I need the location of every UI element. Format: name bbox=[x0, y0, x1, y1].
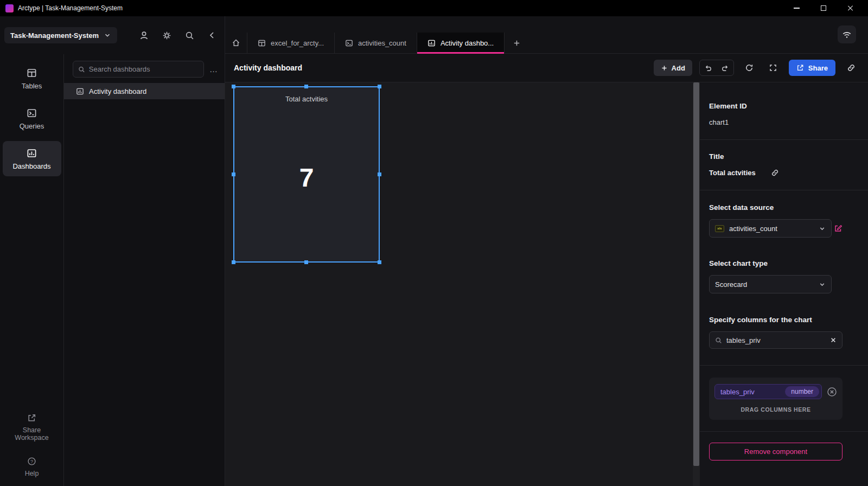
expand-icon bbox=[769, 63, 777, 72]
add-button-label: Add bbox=[672, 64, 685, 72]
remove-column-icon[interactable] bbox=[827, 387, 837, 397]
spreadsheet-file-icon: xls bbox=[715, 225, 724, 232]
data-source-label: Select data source bbox=[709, 203, 843, 212]
vertical-scrollbar[interactable] bbox=[693, 82, 700, 486]
minimize-button[interactable] bbox=[792, 4, 801, 12]
connection-status-button[interactable] bbox=[838, 25, 856, 43]
chart-type-value: Scorecard bbox=[715, 280, 747, 289]
sidebar-item-label: Tables bbox=[22, 82, 42, 90]
external-link-icon bbox=[27, 413, 36, 423]
column-chip[interactable]: tables_priv number bbox=[714, 384, 822, 399]
scorecard-value: 7 bbox=[299, 103, 314, 261]
tab-activities-count[interactable]: activities_count bbox=[335, 33, 417, 53]
title-label: Title bbox=[709, 152, 843, 161]
svg-text:?: ? bbox=[30, 459, 33, 464]
copy-link-button[interactable] bbox=[843, 60, 859, 76]
link-icon bbox=[847, 63, 856, 72]
help-button[interactable]: ? Help bbox=[10, 457, 54, 477]
share-button-label: Share bbox=[808, 64, 828, 72]
resize-handle[interactable] bbox=[378, 260, 381, 264]
workspace-name: Task-Management-System bbox=[10, 31, 99, 40]
scorecard-component[interactable]: Total actvities 7 bbox=[233, 86, 380, 263]
tab-home[interactable] bbox=[225, 33, 247, 53]
sidebar-item-label: Queries bbox=[20, 122, 44, 130]
sidebar-item-dashboards[interactable]: Dashboards bbox=[3, 141, 61, 176]
search-icon[interactable] bbox=[185, 31, 194, 40]
window-controls bbox=[792, 4, 863, 12]
tab-activity-dashboard[interactable]: Activity dashbo... bbox=[417, 33, 505, 53]
undo-redo-group bbox=[699, 60, 734, 76]
chevron-down-icon bbox=[819, 225, 826, 232]
home-icon bbox=[232, 39, 240, 47]
component-title-value: Total actvities bbox=[709, 169, 756, 177]
clear-search-icon[interactable] bbox=[830, 337, 837, 343]
sidebar-nav: Tables Queries Dashboards Share Workspac… bbox=[0, 54, 64, 486]
dashboards-search[interactable] bbox=[73, 61, 204, 78]
link-icon[interactable] bbox=[771, 169, 779, 177]
new-tab-button[interactable] bbox=[505, 33, 529, 53]
tab-excel-for-arctype[interactable]: excel_for_arcty... bbox=[247, 33, 335, 53]
resize-handle[interactable] bbox=[232, 172, 235, 176]
component-inspector-panel: Element ID chart1 Title Total actvities … bbox=[700, 82, 868, 486]
column-chip-name: tables_priv bbox=[720, 388, 781, 396]
redo-icon bbox=[721, 64, 729, 72]
dashboard-item-label: Activity dashboard bbox=[89, 87, 146, 95]
chevron-down-icon bbox=[104, 31, 111, 39]
scrollbar-thumb[interactable] bbox=[693, 82, 699, 466]
help-icon: ? bbox=[27, 457, 36, 466]
close-button[interactable] bbox=[846, 4, 855, 12]
edit-data-source-button[interactable] bbox=[834, 224, 843, 233]
resize-handle[interactable] bbox=[304, 260, 308, 264]
edit-icon bbox=[834, 224, 843, 233]
tab-label: activities_count bbox=[358, 39, 406, 47]
share-button[interactable]: Share bbox=[789, 60, 835, 76]
resize-handle[interactable] bbox=[232, 260, 235, 264]
columns-drop-zone[interactable]: tables_priv number DRAG COLUMNS HERE bbox=[709, 378, 843, 420]
add-component-button[interactable]: Add bbox=[654, 60, 692, 76]
remove-component-button[interactable]: Remove component bbox=[709, 443, 843, 461]
sidebar-item-label: Dashboards bbox=[12, 162, 50, 170]
share-workspace-label: Share Workspace bbox=[10, 426, 54, 442]
workspace-selector[interactable]: Task-Management-System bbox=[4, 27, 117, 43]
user-icon[interactable] bbox=[139, 31, 149, 40]
window-title: Arctype | Task-Management-System bbox=[18, 4, 123, 12]
data-source-value: activities_count bbox=[729, 225, 777, 233]
data-source-select[interactable]: xls activities_count bbox=[709, 219, 832, 238]
share-icon bbox=[796, 64, 804, 72]
sidebar-item-tables[interactable]: Tables bbox=[3, 61, 61, 96]
gear-icon[interactable] bbox=[162, 31, 171, 40]
columns-search[interactable] bbox=[709, 331, 843, 349]
dashboard-toolbar: Activity dashboard Add Share bbox=[225, 54, 868, 82]
sidebar-item-queries[interactable]: Queries bbox=[3, 101, 61, 136]
bar-chart-icon bbox=[76, 87, 84, 95]
table-icon bbox=[27, 68, 37, 78]
search-icon bbox=[715, 337, 722, 344]
chart-type-select[interactable]: Scorecard bbox=[709, 275, 832, 293]
tab-label: Activity dashbo... bbox=[441, 39, 494, 47]
help-label: Help bbox=[25, 470, 39, 477]
dashboards-search-input[interactable] bbox=[89, 65, 199, 73]
fullscreen-button[interactable] bbox=[765, 60, 782, 76]
window-titlebar: Arctype | Task-Management-System bbox=[0, 0, 868, 16]
refresh-button[interactable] bbox=[741, 60, 758, 76]
arctype-logo-icon bbox=[5, 4, 14, 12]
terminal-icon bbox=[27, 108, 37, 118]
maximize-button[interactable] bbox=[819, 4, 828, 12]
resize-handle[interactable] bbox=[304, 85, 308, 88]
resize-handle[interactable] bbox=[378, 172, 381, 176]
dashboard-list-item[interactable]: Activity dashboard bbox=[64, 83, 225, 99]
resize-handle[interactable] bbox=[378, 85, 381, 88]
columns-search-input[interactable] bbox=[726, 336, 826, 344]
scorecard-title: Total actvities bbox=[285, 95, 328, 103]
collapse-sidebar-icon[interactable] bbox=[208, 31, 216, 40]
resize-handle[interactable] bbox=[232, 85, 235, 88]
redo-button[interactable] bbox=[717, 60, 733, 76]
wifi-icon bbox=[842, 30, 852, 40]
refresh-icon bbox=[745, 63, 754, 72]
share-workspace-button[interactable]: Share Workspace bbox=[10, 413, 54, 442]
dashboard-canvas[interactable]: Total actvities 7 bbox=[225, 82, 693, 486]
table-icon bbox=[258, 39, 266, 47]
search-icon bbox=[78, 66, 85, 73]
panel-overflow-menu[interactable]: … bbox=[209, 65, 218, 74]
undo-button[interactable] bbox=[700, 60, 717, 76]
